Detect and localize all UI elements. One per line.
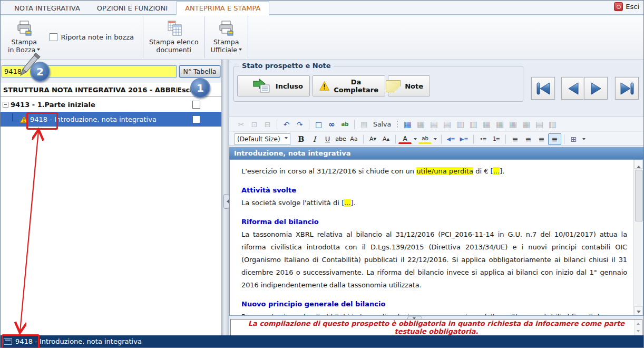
document-body[interactable]: L'esercizio in corso al 31/12/2016 si ch… <box>230 160 633 315</box>
section-heading: Riforma del bilancio <box>241 216 627 228</box>
dropdown-arrow-icon <box>285 137 288 141</box>
note-button[interactable]: Note <box>388 75 430 96</box>
paragraph: La tassonomia XBRL relativa al bilancio … <box>241 228 627 292</box>
merge-cells-icon[interactable]: ▦ <box>480 119 493 130</box>
print-draft-button[interactable]: Stampa in Bozza <box>4 15 44 59</box>
checkbox-icon[interactable] <box>50 33 57 41</box>
redo-icon[interactable]: ↷ <box>293 119 306 130</box>
delete-row-icon[interactable]: ▤ <box>533 119 546 130</box>
placeholder-dots: ... <box>493 167 500 175</box>
print-official-button[interactable]: Stampa Ufficiale <box>207 15 246 59</box>
exclude-checkbox-9418[interactable] <box>192 115 200 123</box>
justify-icon[interactable]: ≡ <box>548 133 561 145</box>
increase-font-icon[interactable]: A▴ <box>379 133 393 145</box>
exclude-checkbox-9413[interactable] <box>192 101 200 109</box>
editor-toolbar-row-1: ✂⊡⊟↶↷□∞ab▤Salva▦▦▤▤▥▥▦▦▦▦▤▥ <box>229 117 643 131</box>
align-left-icon[interactable]: ≡ <box>509 133 522 145</box>
select-area-icon[interactable]: □ <box>312 119 325 130</box>
next-icon <box>589 82 603 95</box>
collapse-panel-icon[interactable] <box>223 194 229 209</box>
cut-icon[interactable]: ✂ <box>235 119 248 130</box>
save-label[interactable]: Salva <box>370 119 394 130</box>
separator <box>363 134 364 144</box>
separator <box>397 120 398 129</box>
panel-splitter[interactable] <box>222 60 229 335</box>
groupbox-title: Stato prospetto e Note <box>239 62 334 70</box>
underline-icon[interactable]: U <box>321 133 334 145</box>
last-record-button[interactable] <box>615 77 639 100</box>
insert-column-right-icon[interactable]: ▥ <box>467 119 480 130</box>
exit-button[interactable]: Esci <box>614 2 639 11</box>
decrease-font-icon[interactable]: A▾ <box>366 133 379 145</box>
first-icon <box>536 82 551 95</box>
save-icon[interactable]: ▤ <box>357 119 370 130</box>
decrease-indent-icon[interactable]: ◀≡ <box>444 133 457 145</box>
scrollbar-thumb[interactable] <box>635 170 643 221</box>
replace-icon[interactable]: ab <box>338 119 352 130</box>
document-editor[interactable]: L'esercizio in corso al 31/12/2016 si ch… <box>229 159 643 316</box>
font-color-icon[interactable]: A <box>398 134 412 144</box>
toolbar-separator <box>143 16 143 58</box>
da-completare-button[interactable]: Da Completare <box>313 75 385 96</box>
tab-nota-integrativa[interactable]: NOTA INTEGRATIVA <box>6 2 89 14</box>
delete-column-icon[interactable]: ▥ <box>546 119 559 130</box>
preview-panel: Stato prospetto e Note Incluso <box>229 60 643 335</box>
font-size-dropdown[interactable]: (Default Size) <box>235 133 290 145</box>
insert-table-icon[interactable]: ▦ <box>401 119 414 130</box>
annotation-box-tree-item <box>26 112 58 130</box>
cell-properties-icon[interactable]: ▦ <box>506 119 520 130</box>
highlighted-text: utile/una perdita <box>416 167 473 175</box>
status-bar: 9418 - Introduzione, nota integrativa <box>1 335 643 347</box>
previous-record-button[interactable] <box>561 77 585 100</box>
tab-anteprima-e-stampa[interactable]: ANTEPRIMA E STAMPA <box>176 1 269 15</box>
next-record-button[interactable] <box>584 77 608 100</box>
insert-row-above-icon[interactable]: ▤ <box>427 119 441 130</box>
undo-icon[interactable]: ↶ <box>280 119 293 130</box>
scroll-down-icon[interactable] <box>634 306 643 315</box>
warning-icon <box>319 79 329 93</box>
tree-item-9413[interactable]: 9413 - 1.Parte iniziale <box>1 97 221 112</box>
tree-header: STRUTTURA NOTA INTEGRATIVA 2016 - ABBREV… <box>1 83 221 97</box>
font-color-dropdown[interactable] <box>412 133 418 145</box>
borders-icon[interactable]: ⊞ <box>567 133 580 145</box>
scroll-up-icon[interactable] <box>634 160 643 169</box>
table-number-button[interactable]: N° Tabella <box>179 65 220 78</box>
annotation-box-statusbar <box>2 334 40 348</box>
delete-table-icon[interactable]: ▦ <box>414 119 427 130</box>
collapse-icon[interactable] <box>3 102 8 108</box>
print-official-label-1: Stampa <box>213 38 239 46</box>
document-scrollbar[interactable] <box>633 160 643 315</box>
placeholder-dots: ... <box>344 199 350 207</box>
borders-dropdown[interactable] <box>580 133 587 145</box>
highlight-color-icon[interactable]: ab <box>418 134 432 144</box>
print-document-list-button[interactable]: Stampa elenco documenti <box>145 15 203 59</box>
tab-strip: NOTA INTEGRATIVA OPZIONI E FUNZIONI ANTE… <box>1 1 643 15</box>
bold-icon[interactable]: B <box>295 133 308 145</box>
incluso-button[interactable]: Incluso <box>237 75 310 96</box>
clear-formatting-icon[interactable]: Aa <box>347 133 360 145</box>
insert-row-below-icon[interactable]: ▤ <box>441 119 454 130</box>
bullet-list-icon[interactable]: •≡ <box>476 133 490 145</box>
autofit-table-icon[interactable]: ▦ <box>520 119 533 130</box>
highlight-color-dropdown[interactable] <box>432 133 438 145</box>
editor-toolbar-row-2: (Default Size) BIUabeAaA▾A▴Aab◀≡▶≡•≡1≡≡≡… <box>229 131 643 146</box>
report-notes-checkbox[interactable]: Riporta note in bozza <box>50 15 134 59</box>
align-center-icon[interactable]: ≡ <box>522 133 535 145</box>
strikethrough-icon[interactable]: abe <box>334 133 347 145</box>
message-scrollbar[interactable] <box>635 320 642 335</box>
structure-panel: N° Tabella STRUTTURA NOTA INTEGRATIVA 20… <box>1 60 222 335</box>
numbered-list-icon[interactable]: 1≡ <box>490 133 503 145</box>
first-record-button[interactable] <box>531 77 555 100</box>
paste-icon[interactable]: ⊟ <box>261 119 274 130</box>
insert-column-left-icon[interactable]: ▥ <box>454 119 467 130</box>
align-right-icon[interactable]: ≡ <box>535 133 548 145</box>
tab-opzioni-e-funzioni[interactable]: OPZIONI E FUNZIONI <box>89 2 176 14</box>
find-icon[interactable]: ∞ <box>325 119 338 130</box>
italic-icon[interactable]: I <box>308 133 321 145</box>
split-cells-icon[interactable]: ▦ <box>493 119 506 130</box>
copy-icon[interactable]: ⊡ <box>248 119 261 130</box>
table-search-input[interactable] <box>2 65 177 78</box>
increase-indent-icon[interactable]: ▶≡ <box>457 133 471 145</box>
da-completare-label: Da Completare <box>334 78 378 94</box>
print-list-label-2: documenti <box>157 46 192 54</box>
